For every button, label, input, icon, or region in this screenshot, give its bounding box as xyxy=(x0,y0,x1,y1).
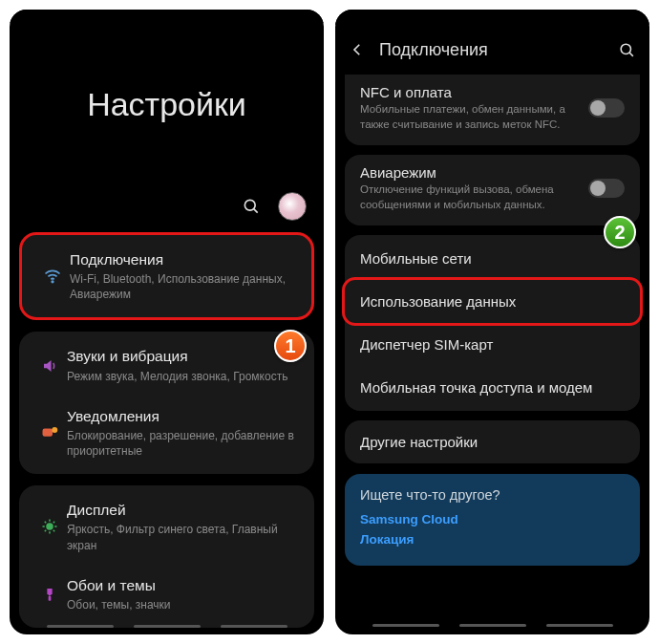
row-sounds[interactable]: Звуки и вибрация Режим звука, Мелодия зв… xyxy=(19,335,314,395)
item-sim[interactable]: Диспетчер SIM-карт xyxy=(345,323,640,366)
avatar[interactable] xyxy=(278,192,307,221)
item-data-usage[interactable]: Использование данных xyxy=(342,277,643,326)
row-title: Уведомления xyxy=(67,407,301,426)
item-hotspot[interactable]: Мобильная точка доступа и модем xyxy=(345,366,640,409)
status-bar xyxy=(10,10,324,23)
status-bar xyxy=(335,10,649,25)
header: Подключения xyxy=(335,25,649,75)
item-other[interactable]: Другие настройки xyxy=(345,420,640,463)
row-title: Звуки и вибрация xyxy=(67,347,301,366)
svg-point-2 xyxy=(52,281,53,283)
item-sub: Отключение функций вызова, обмена сообще… xyxy=(360,182,588,212)
search-icon[interactable] xyxy=(618,41,636,59)
link-samsung-cloud[interactable]: Samsung Cloud xyxy=(360,512,625,526)
card-connections[interactable]: Подключения Wi-Fi, Bluetooth, Использова… xyxy=(19,232,314,321)
item-title: Мобильная точка доступа и модем xyxy=(360,379,592,396)
svg-line-10 xyxy=(45,522,47,524)
row-sub: Яркость, Фильтр синего света, Главный эк… xyxy=(67,522,301,552)
svg-rect-14 xyxy=(49,596,52,601)
back-icon[interactable] xyxy=(349,41,366,58)
svg-line-11 xyxy=(53,530,55,532)
row-display[interactable]: Дисплей Яркость, Фильтр синего света, Гл… xyxy=(19,489,314,565)
row-wallpaper[interactable]: Обои и темы Обои, темы, значки xyxy=(19,565,314,624)
sound-icon xyxy=(32,357,67,375)
item-sub: Мобильные платежи, обмен данными, а такж… xyxy=(360,102,588,132)
row-notifications[interactable]: Уведомления Блокирование, разрешение, до… xyxy=(19,396,314,471)
svg-point-0 xyxy=(244,200,255,210)
svg-point-5 xyxy=(47,524,53,529)
link-location[interactable]: Локация xyxy=(360,532,625,547)
header-title: Подключения xyxy=(379,40,605,60)
title-area: Настройки xyxy=(10,23,324,186)
item-mobile-networks[interactable]: 2 Мобильные сети xyxy=(345,237,640,280)
svg-rect-3 xyxy=(43,428,53,436)
item-airplane[interactable]: Авиарежим Отключение функций вызова, обм… xyxy=(345,155,640,225)
item-nfc[interactable]: NFC и оплата Мобильные платежи, обмен да… xyxy=(345,75,640,145)
item-title: Диспетчер SIM-карт xyxy=(360,336,493,353)
nav-bar xyxy=(335,615,649,634)
row-title: Дисплей xyxy=(67,501,301,520)
connections-screen: Подключения NFC и оплата Мобильные плате… xyxy=(335,10,649,634)
card-sounds-notifications: 1 Звуки и вибрация Режим звука, Мелодия … xyxy=(19,332,314,474)
item-title: Мобильные сети xyxy=(360,250,472,267)
brush-icon xyxy=(32,587,67,602)
row-connections[interactable]: Подключения Wi-Fi, Bluetooth, Использова… xyxy=(22,239,311,314)
item-title: Другие настройки xyxy=(360,434,478,450)
row-sub: Wi-Fi, Bluetooth, Использование данных, … xyxy=(70,271,298,302)
actions-row xyxy=(10,186,324,226)
row-title: Обои и темы xyxy=(67,576,301,595)
display-icon xyxy=(32,518,67,535)
section-other: Другие настройки xyxy=(345,420,640,463)
svg-line-13 xyxy=(53,522,55,524)
notification-icon xyxy=(32,426,67,440)
row-sub: Блокирование, разрешение, добавление в п… xyxy=(67,428,301,459)
svg-line-12 xyxy=(45,530,47,532)
info-title: Ищете что-то другое? xyxy=(360,487,625,503)
settings-screen: Настройки Подключения Wi-Fi, Bluetooth, … xyxy=(10,10,324,634)
item-title: Авиарежим xyxy=(360,164,588,181)
section-airplane: Авиарежим Отключение функций вызова, обм… xyxy=(345,155,640,225)
row-sub: Режим звука, Мелодия звонка, Громкость xyxy=(67,369,301,384)
svg-point-4 xyxy=(52,427,57,433)
item-title: Использование данных xyxy=(360,293,516,310)
section-network: 2 Мобильные сети Использование данных Ди… xyxy=(345,235,640,411)
svg-point-15 xyxy=(621,44,630,54)
row-title: Подключения xyxy=(70,250,298,269)
row-sub: Обои, темы, значки xyxy=(67,597,301,612)
step-badge-2: 2 xyxy=(604,216,636,248)
toggle-nfc[interactable] xyxy=(588,98,625,118)
section-nfc: NFC и оплата Мобильные платежи, обмен да… xyxy=(345,75,640,145)
search-icon[interactable] xyxy=(242,197,261,216)
wifi-icon xyxy=(35,267,70,286)
info-card: Ищете что-то другое? Samsung Cloud Локац… xyxy=(345,474,640,566)
toggle-airplane[interactable] xyxy=(588,179,625,198)
svg-line-16 xyxy=(629,53,633,56)
item-title: NFC и оплата xyxy=(360,84,588,100)
svg-line-1 xyxy=(254,208,258,212)
page-title: Настройки xyxy=(87,86,246,123)
card-display: Дисплей Яркость, Фильтр синего света, Гл… xyxy=(19,485,314,628)
